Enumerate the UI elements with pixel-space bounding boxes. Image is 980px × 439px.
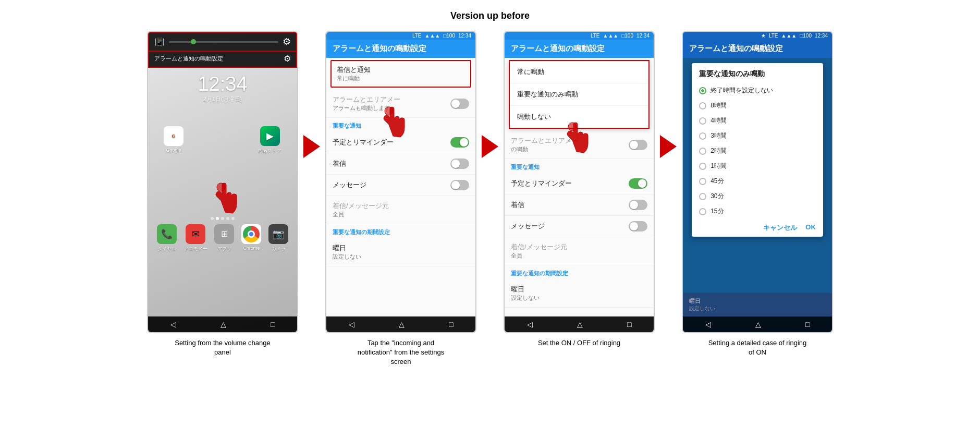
dropdown-menu[interactable]: 常に鳴動 重要な通知のみ鳴動 鳴動しない <box>509 60 650 129</box>
top-icons-row: G Google ▶ Playストア <box>148 105 297 154</box>
home-icon-google[interactable]: G Google <box>164 126 183 154</box>
msg-row3[interactable]: メッセージ <box>505 216 654 237</box>
highlighted-incoming[interactable]: 着信と通知 常に鳴動 <box>330 60 471 88</box>
home-btn2[interactable]: △ <box>399 320 405 328</box>
schedule-title3: 予定とリマインダー <box>511 179 572 188</box>
screen2-title: アラームと通知の鳴動設定 <box>333 44 426 53</box>
gear-icon[interactable]: ⚙ <box>284 54 291 64</box>
dialog-option-5[interactable]: 1時間 <box>692 158 823 174</box>
alarm-toggle3[interactable] <box>629 140 647 150</box>
screen3-title: アラームと通知の鳴動設定 <box>511 44 605 53</box>
dial-icon: 📞 <box>157 224 177 244</box>
dialog-option-2[interactable]: 4時間 <box>692 113 823 128</box>
screen4-phone: ★ LTE ▲▲▲ □100 12:34 アラームと通知の鳴動設定 重要な通知の… <box>682 31 833 333</box>
home-icon-camera[interactable]: 📷 カメラ <box>268 224 288 252</box>
star-icon4: ★ <box>761 33 766 39</box>
play-triangle: ▶ <box>266 130 274 142</box>
chrome-inner <box>248 230 255 238</box>
settings-screen2: LTE ▲▲▲ □100 12:34 アラームと通知の鳴動設定 着信と通知 常に… <box>326 32 475 332</box>
page-title: Version up before <box>16 10 964 21</box>
msg-toggle3[interactable] <box>629 221 647 231</box>
caption2: Tap the "incoming and notification" from… <box>358 338 444 367</box>
back-btn4[interactable]: ◁ <box>705 320 711 328</box>
volume-slider[interactable] <box>169 41 278 43</box>
home-icon-mail[interactable]: ✉ ドコモメー <box>184 224 207 252</box>
apps-label: アプリ <box>217 246 231 252</box>
dialog-option-8[interactable]: 15分 <box>692 204 823 219</box>
home-icon-play[interactable]: ▶ Playストア <box>258 126 281 154</box>
ok-button[interactable]: OK <box>805 223 816 233</box>
dropdown-item-0[interactable]: 常に鳴動 <box>510 61 648 83</box>
chrome-icon-wrap <box>241 224 261 244</box>
mail-label: ドコモメー <box>184 246 207 252</box>
dialog-option-7[interactable]: 30分 <box>692 189 823 204</box>
option-label-2: 4時間 <box>710 116 727 125</box>
period-header2: 重要な通知の期間設定 <box>326 224 475 238</box>
nav-bar3: ◁ △ □ <box>505 316 654 332</box>
schedule-toggle[interactable] <box>450 137 469 148</box>
arrow2 <box>476 31 504 158</box>
settings-icon[interactable]: ⚙ <box>283 36 291 47</box>
dialog-option-4[interactable]: 2時間 <box>692 143 823 158</box>
battery-icon3: □100 <box>621 33 633 39</box>
signal-icon3: ▲▲▲ <box>603 33 619 39</box>
settings-content3: 常に鳴動 重要な通知のみ鳴動 鳴動しない アラームとエリアメー の鳴動 重要な通… <box>505 58 654 316</box>
radio-3 <box>699 132 706 140</box>
dialog-option-1[interactable]: 8時間 <box>692 98 823 113</box>
home-btn[interactable]: △ <box>220 320 226 328</box>
dialog-option-6[interactable]: 45分 <box>692 174 823 189</box>
back-btn[interactable]: ◁ <box>170 320 176 328</box>
home-btn3[interactable]: △ <box>577 320 583 328</box>
cancel-button[interactable]: キャンセル <box>763 223 797 233</box>
dial-label: ダイヤル <box>157 246 176 252</box>
option-label-6: 45分 <box>710 177 724 186</box>
bottom-icons-row: 📞 ダイヤル ✉ ドコモメー ⊞ アプリ <box>148 224 297 257</box>
schedule-toggle3[interactable] <box>629 178 647 189</box>
dialog-option-0[interactable]: 終了時間を設定しない <box>692 83 823 98</box>
lte-icon3: LTE <box>591 33 600 39</box>
radio-8 <box>699 208 706 215</box>
settings-content2: 着信と通知 常に鳴動 アラームとエリアメー アラームも鳴動します 重要な通知 <box>326 58 475 316</box>
msg-title3: メッセージ <box>511 222 545 231</box>
recent-btn2[interactable]: □ <box>449 320 453 328</box>
caption2-line1: Tap the "incoming and <box>368 339 434 347</box>
radio-0 <box>699 87 706 94</box>
signal-icon2: ▲▲▲ <box>425 33 440 39</box>
recent-btn3[interactable]: □ <box>627 320 631 328</box>
bg-bottom-info: 曜日 設定しない <box>683 293 832 316</box>
day-row2: 曜日 設定しない <box>326 238 475 266</box>
call-row[interactable]: 着信 <box>326 153 475 175</box>
dialog-box: 重要な通知のみ鳴動 終了時間を設定しない 8時間 4時間 <box>692 63 823 237</box>
nav-bar4: ◁ △ □ <box>683 316 832 332</box>
dialog-option-3[interactable]: 3時間 <box>692 128 823 143</box>
call-row3[interactable]: 着信 <box>505 194 654 216</box>
apps-icon: ⊞ <box>214 224 234 244</box>
caption4: Setting a detailed case of ringing of ON <box>708 338 807 357</box>
clock-time: 12:34 <box>148 73 297 95</box>
back-btn3[interactable]: ◁ <box>527 320 533 328</box>
schedule-row3[interactable]: 予定とリマインダー <box>505 173 654 194</box>
home-icon-dial[interactable]: 📞 ダイヤル <box>157 224 177 252</box>
back-btn2[interactable]: ◁ <box>349 320 354 328</box>
call-toggle[interactable] <box>450 158 469 169</box>
caption4-line2: of ON <box>749 348 766 356</box>
call-title3: 着信 <box>511 200 524 210</box>
msg-toggle[interactable] <box>450 180 469 190</box>
msg-row[interactable]: メッセージ <box>326 175 475 196</box>
recent-btn[interactable]: □ <box>271 320 275 328</box>
dropdown-item-1[interactable]: 重要な通知のみ鳴動 <box>510 83 648 106</box>
lte-icon4: LTE <box>769 33 778 39</box>
notif-label-row: アラームと通知の鳴動設定 ⚙ <box>148 52 297 68</box>
home-btn4[interactable]: △ <box>755 320 761 328</box>
call-toggle3[interactable] <box>629 200 647 210</box>
recent-btn4[interactable]: □ <box>805 320 810 328</box>
play-icon: ▶ <box>260 126 280 146</box>
home-icon-chrome[interactable]: Chrome <box>241 224 261 252</box>
from-sub3: 全員 <box>511 252 647 260</box>
alarm-toggle[interactable] <box>450 99 469 109</box>
screen1-block: 📳 ⚙ アラームと通知の鳴動設定 ⚙ 12:34 2月1日(月曜日) <box>147 31 298 357</box>
status-bar4: ★ LTE ▲▲▲ □100 12:34 <box>683 32 832 40</box>
home-icon-apps[interactable]: ⊞ アプリ <box>214 224 234 252</box>
slider-thumb <box>191 39 196 44</box>
day-sub3: 設定しない <box>511 294 647 302</box>
